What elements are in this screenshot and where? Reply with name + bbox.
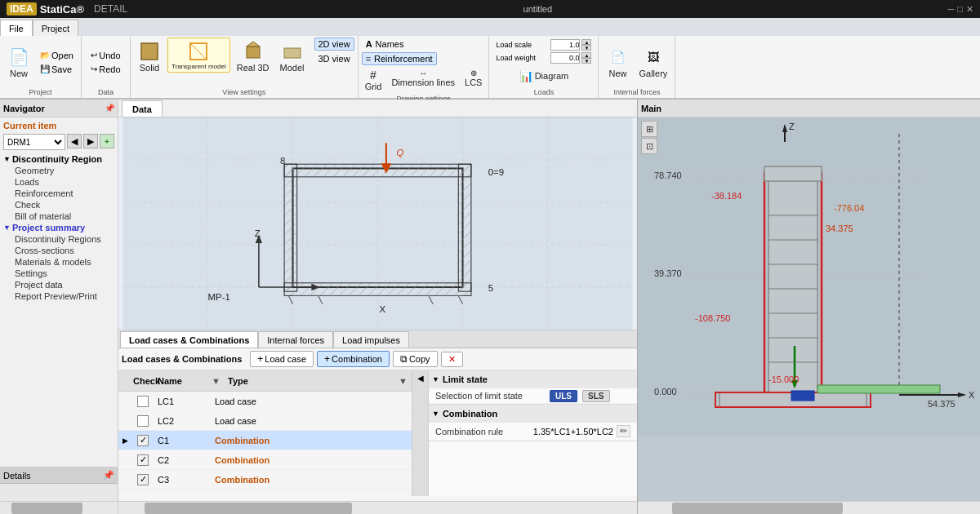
checkbox-c1[interactable]: ✓ (137, 435, 149, 446)
nav-item-geometry[interactable]: Geometry (0, 165, 118, 176)
nav-item-check[interactable]: Check (0, 199, 118, 210)
right-pane-collapse-btn[interactable]: ◀ (412, 370, 429, 496)
tab-project[interactable]: Project (33, 20, 78, 36)
new-if-button[interactable]: 📄 New (602, 43, 633, 81)
transparent-model-button[interactable]: Transparent model (167, 38, 230, 73)
current-item-select[interactable]: DRM1 (3, 134, 65, 150)
load-weight-input[interactable] (550, 52, 580, 64)
center-scroll-thumb[interactable] (145, 503, 352, 514)
table-row[interactable]: ✓ C2 Combination (118, 450, 412, 470)
load-weight-down[interactable]: ▼ (581, 58, 591, 64)
svg-rect-75 (817, 385, 940, 393)
sls-badge[interactable]: SLS (582, 390, 609, 402)
lcs-icon: ⊕ (470, 69, 477, 78)
tab-file[interactable]: File (0, 20, 33, 36)
view-zoom-btn[interactable]: ⊡ (641, 138, 657, 154)
uls-badge[interactable]: ULS (550, 390, 577, 402)
table-row[interactable]: ▶ ✓ C1 Combination (118, 431, 412, 450)
name-col-header: Name (154, 376, 212, 386)
diagram-area[interactable]: Q 8 0=9 5 X Z MP-1 (118, 117, 637, 330)
right-scroll-thumb[interactable] (672, 503, 844, 514)
combination-section: ▼ Combination Combination rule 1.35*LC1+… (429, 405, 637, 441)
nav-pin-button[interactable]: 📌 (105, 104, 114, 113)
names-button[interactable]: A Names (362, 38, 408, 51)
combination-button[interactable]: + Combination (317, 351, 390, 367)
lc-tab-load-impulses[interactable]: Load impulses (333, 331, 409, 348)
nav-item-settings[interactable]: Settings (0, 268, 118, 279)
nav-item-cross-sections[interactable]: Cross-sections (0, 245, 118, 256)
nav-next-button[interactable]: ▶ (83, 134, 98, 148)
load-weight-up[interactable]: ▲ (581, 52, 591, 58)
nav-section-project-summary[interactable]: ▼ Project summary (0, 222, 118, 233)
solid-button[interactable]: Solid (134, 38, 165, 75)
new-button[interactable]: 📄 New (3, 43, 34, 81)
nav-item-loads[interactable]: Loads (0, 176, 118, 188)
type-filter-icon[interactable]: ▼ (399, 376, 412, 386)
save-button[interactable]: 💾 Save (36, 63, 78, 76)
3d-view-button[interactable]: 3D view (314, 52, 354, 65)
maximize-btn[interactable]: □ (957, 4, 963, 15)
svg-rect-3 (247, 47, 260, 58)
checkbox-lc2[interactable] (137, 415, 149, 427)
load-scale-down[interactable]: ▼ (581, 45, 591, 51)
view-fit-btn[interactable]: ⊞ (641, 121, 657, 137)
grid-button[interactable]: # Grid (362, 67, 385, 93)
checkbox-c3[interactable]: ✓ (137, 474, 149, 485)
load-case-button[interactable]: + Load case (250, 351, 314, 367)
delete-button[interactable]: ✕ (441, 352, 463, 367)
close-btn[interactable]: ✕ (966, 4, 973, 15)
nav-item-materials-models[interactable]: Materials & models (0, 256, 118, 268)
nav-item-bill-of-material[interactable]: Bill of material (0, 210, 118, 222)
nav-item-reinforcement[interactable]: Reinforcement (0, 188, 118, 199)
table-row[interactable]: LC1 Load case (118, 392, 412, 411)
undo-button[interactable]: ↩ Undo (87, 49, 124, 62)
combination-rule-edit-btn[interactable]: ✏ (617, 425, 630, 437)
main-view-content[interactable]: ⊞ ⊡ Z X 7 (638, 117, 980, 501)
checkbox-c2[interactable]: ✓ (137, 454, 149, 466)
2d-view-button[interactable]: 2D view (314, 38, 354, 51)
detail-label: DETAIL (94, 3, 127, 15)
open-button[interactable]: 📂 Open (36, 49, 78, 62)
left-scrollbar[interactable] (0, 502, 118, 514)
redo-button[interactable]: ↪ Redo (87, 63, 124, 76)
checkbox-lc1[interactable] (137, 396, 149, 407)
limit-state-header[interactable]: ▼ Limit state (429, 370, 637, 388)
nav-prev-button[interactable]: ◀ (67, 134, 82, 148)
nav-add-button[interactable]: + (100, 134, 114, 148)
svg-text:-776.04: -776.04 (834, 203, 864, 213)
nav-item-discontinuity-regions[interactable]: Discontinuity Regions (0, 233, 118, 245)
lc-tab-internal-forces[interactable]: Internal forces (258, 331, 333, 348)
data-tab-data[interactable]: Data (122, 100, 163, 117)
svg-text:-38.184: -38.184 (711, 191, 742, 201)
names-label: Names (376, 39, 404, 49)
center-scrollbar[interactable] (118, 502, 637, 514)
model-button[interactable]: Model (276, 38, 309, 75)
details-pin[interactable]: 📌 (103, 470, 114, 481)
load-scale-input[interactable] (550, 39, 580, 51)
load-scale-up[interactable]: ▲ (581, 39, 591, 45)
load-case-icon: + (257, 353, 263, 365)
combination-header[interactable]: ▼ Combination (429, 405, 637, 423)
minimize-btn[interactable]: ─ (948, 4, 955, 15)
expand-btn-c1[interactable]: ▶ (118, 436, 131, 445)
name-filter-icon[interactable]: ▼ (212, 376, 225, 386)
reinforcement-button[interactable]: ≡ Reinforcement (362, 52, 437, 65)
3d-view-label: 3D view (318, 54, 350, 64)
table-row[interactable]: LC2 Load case (118, 411, 412, 431)
left-scroll-thumb[interactable] (11, 503, 82, 514)
nav-section-discontinuity[interactable]: ▼ Discontinuity Region (0, 153, 118, 165)
real-3d-button[interactable]: Real 3D (233, 38, 274, 75)
gallery-button[interactable]: 🖼 Gallery (635, 43, 671, 81)
diagram-button[interactable]: 📊 Diagram (515, 67, 573, 85)
nav-item-report-preview[interactable]: Report Preview/Print (0, 290, 118, 302)
right-scrollbar[interactable] (637, 502, 980, 514)
dimension-lines-button[interactable]: ↔ Dimension lines (388, 67, 458, 93)
lc-tab-load-cases[interactable]: Load cases & Combinations (120, 331, 258, 348)
lcs-button[interactable]: ⊕ LCS (461, 67, 485, 93)
svg-text:0=9: 0=9 (488, 167, 504, 177)
nav-item-project-data[interactable]: Project data (0, 279, 118, 290)
copy-button[interactable]: ⧉ Copy (393, 351, 438, 367)
load-scale-label: Load scale (496, 41, 549, 49)
body-area: Navigator 📌 Current item DRM1 ◀ ▶ + ▼ (0, 100, 980, 501)
table-row[interactable]: ✓ C3 Combination (118, 470, 412, 490)
